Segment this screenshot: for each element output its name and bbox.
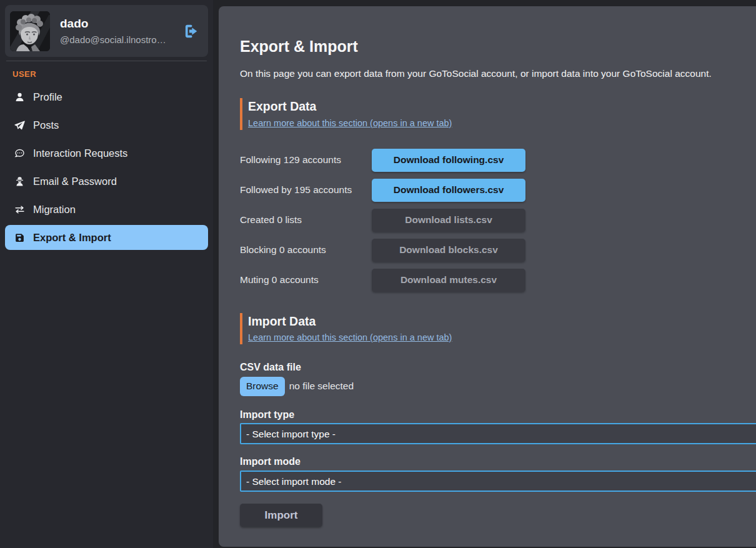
- page-title: Export & Import: [240, 37, 756, 56]
- export-row-label: Created 0 lists: [240, 214, 372, 226]
- user-name: dado: [60, 17, 182, 31]
- export-row-label: Followed by 195 accounts: [240, 184, 372, 196]
- export-data-section-header: Export Data Learn more about this sectio…: [240, 98, 756, 129]
- export-row-following: Following 129 accounts Download followin…: [240, 149, 756, 172]
- export-row-blocks: Blocking 0 accounts Download blocks.csv: [240, 239, 756, 262]
- floppy-disk-icon: [14, 232, 25, 243]
- export-row-label: Following 129 accounts: [240, 154, 372, 166]
- paper-plane-icon: [14, 119, 25, 131]
- import-mode-label: Import mode: [240, 456, 756, 469]
- page-description: On this page you can export data from yo…: [240, 67, 756, 81]
- export-data-heading: Export Data: [248, 98, 756, 114]
- sidebar-item-email-password[interactable]: Email & Password: [5, 169, 208, 194]
- export-row-mutes: Muting 0 accounts Download mutes.csv: [240, 269, 756, 292]
- sidebar-item-migration[interactable]: Migration: [5, 197, 208, 222]
- download-followers-button[interactable]: Download followers.csv: [372, 179, 525, 202]
- sidebar-section-label: USER: [12, 69, 208, 79]
- sidebar-item-profile[interactable]: Profile: [5, 84, 208, 109]
- export-row-label: Blocking 0 accounts: [240, 244, 372, 256]
- sidebar-item-label: Migration: [33, 204, 76, 216]
- sign-out-icon: [182, 23, 199, 39]
- sidebar-item-posts[interactable]: Posts: [5, 112, 208, 137]
- sidebar: dado @dado@social.ilnostro… USER Profile: [0, 0, 213, 548]
- download-blocks-button[interactable]: Download blocks.csv: [372, 239, 525, 262]
- user-icon: [14, 91, 25, 102]
- import-data-section-header: Import Data Learn more about this sectio…: [240, 313, 756, 344]
- download-following-button[interactable]: Download following.csv: [372, 149, 525, 172]
- user-meta: dado @dado@social.ilnostro…: [60, 17, 182, 45]
- import-mode-select[interactable]: - Select import mode -: [240, 471, 756, 492]
- sidebar-item-label: Email & Password: [33, 176, 117, 187]
- file-selected-status: no file selected: [289, 381, 354, 392]
- download-lists-button[interactable]: Download lists.csv: [372, 209, 525, 232]
- user-secret-icon: [14, 176, 25, 187]
- import-type-select[interactable]: - Select import type -: [240, 423, 756, 444]
- csv-file-label: CSV data file: [240, 361, 756, 374]
- comment-dots-icon: [14, 147, 25, 159]
- import-type-label: Import type: [240, 409, 756, 422]
- import-data-heading: Import Data: [248, 313, 756, 329]
- avatar: [10, 11, 50, 51]
- export-rows: Following 129 accounts Download followin…: [240, 149, 756, 292]
- download-mutes-button[interactable]: Download mutes.csv: [372, 269, 525, 292]
- sidebar-item-label: Interaction Requests: [33, 147, 127, 159]
- sidebar-item-label: Posts: [33, 119, 59, 131]
- export-learn-more-link[interactable]: Learn more about this section (opens in …: [248, 117, 452, 130]
- export-row-followers: Followed by 195 accounts Download follow…: [240, 179, 756, 202]
- sidebar-nav: Profile Posts Interaction Requests Email…: [5, 84, 208, 250]
- logout-button[interactable]: [182, 22, 199, 40]
- csv-file-input: Browse no file selected: [240, 377, 756, 396]
- transfer-arrows-icon: [14, 204, 25, 215]
- main-panel: Export & Import On this page you can exp…: [219, 6, 756, 547]
- sidebar-item-label: Profile: [33, 91, 62, 103]
- import-submit-button[interactable]: Import: [240, 504, 322, 527]
- sidebar-item-export-import[interactable]: Export & Import: [5, 225, 208, 250]
- sidebar-item-label: Export & Import: [33, 232, 111, 244]
- export-row-label: Muting 0 accounts: [240, 274, 372, 286]
- import-form: CSV data file Browse no file selected Im…: [240, 361, 756, 527]
- import-learn-more-link[interactable]: Learn more about this section (opens in …: [248, 331, 452, 344]
- browse-button[interactable]: Browse: [240, 377, 285, 396]
- user-card[interactable]: dado @dado@social.ilnostro…: [5, 5, 208, 57]
- export-row-lists: Created 0 lists Download lists.csv: [240, 209, 756, 232]
- sidebar-divider: [6, 61, 207, 61]
- sidebar-item-interaction-requests[interactable]: Interaction Requests: [5, 141, 208, 166]
- user-handle: @dado@social.ilnostro…: [60, 34, 182, 45]
